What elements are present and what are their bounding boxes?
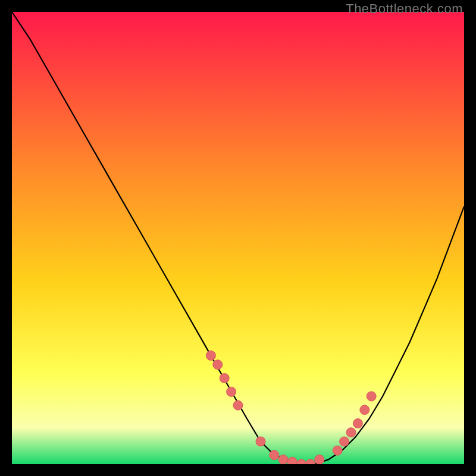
marker-dot (346, 428, 356, 437)
marker-dot (278, 455, 288, 464)
marker-dot (360, 405, 369, 415)
marker-dot (353, 419, 362, 428)
marker-dot (227, 387, 236, 396)
marker-dot (270, 450, 279, 460)
marker-dot (256, 437, 265, 446)
gradient-background (12, 12, 464, 464)
marker-dot (206, 351, 215, 361)
chart-svg (12, 12, 464, 464)
watermark-label: TheBottleneck.com (346, 1, 463, 17)
marker-dot (367, 392, 376, 401)
chart-frame (12, 12, 464, 464)
marker-dot (315, 455, 324, 464)
marker-dot (333, 446, 342, 455)
marker-dot (213, 360, 223, 369)
marker-dot (220, 374, 229, 383)
marker-dot (233, 400, 243, 410)
marker-dot (340, 437, 349, 446)
marker-dot (287, 457, 297, 464)
